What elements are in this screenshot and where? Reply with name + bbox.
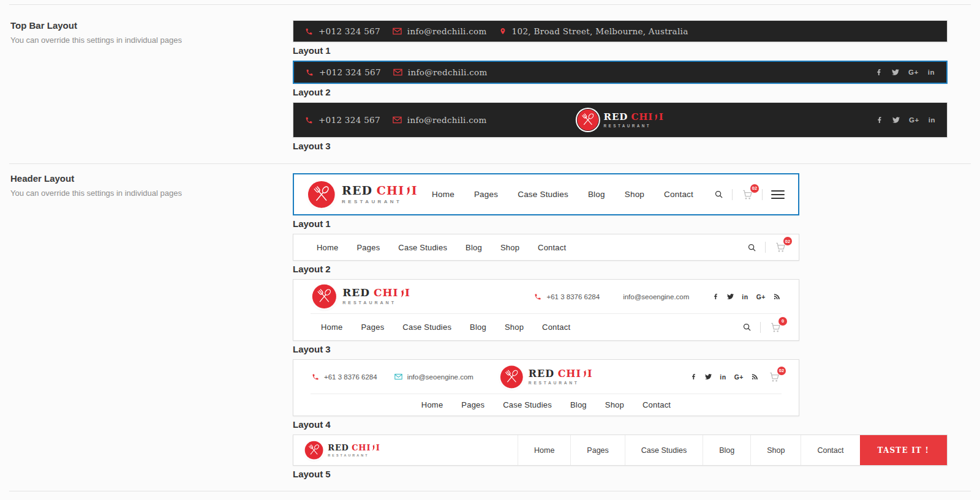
- layout-label: Layout 2: [293, 87, 948, 97]
- topbar-layout-1-option[interactable]: +012 324 567 info@redchili.com 102, Broa…: [293, 20, 948, 56]
- nav-item: Shop: [750, 435, 801, 465]
- topbar-layout-3-option[interactable]: +012 324 567 info@redchili.com REDCHII R…: [293, 102, 948, 151]
- nav-item: Blog: [703, 435, 750, 465]
- linkedin-icon: in: [928, 69, 935, 76]
- nav-item: Blog: [570, 400, 587, 409]
- header-preview-3: REDCHII RESTAURANT +61 3 8376 6284 info@…: [293, 279, 799, 341]
- phone-icon: [306, 69, 314, 76]
- nav-item: Home: [518, 435, 570, 465]
- envelope-icon: [393, 116, 402, 124]
- topbar-preview-2-selected: +012 324 567 info@redchili.com G+ in: [293, 61, 948, 84]
- topbar-preview-3: +012 324 567 info@redchili.com REDCHII R…: [293, 102, 948, 138]
- nav-item: Case Studies: [503, 400, 552, 409]
- header-layout-1-option[interactable]: REDCHII RESTAURANT HomePagesCase Studies…: [293, 173, 948, 229]
- brand-tagline: RESTAURANT: [529, 381, 593, 385]
- cart-icon: 0: [769, 321, 782, 334]
- header-layout-3-option[interactable]: REDCHII RESTAURANT +61 3 8376 6284 info@…: [293, 279, 948, 354]
- brand-logo: REDCHII RESTAURANT: [500, 365, 593, 388]
- phone-number: +61 3 8376 6284: [324, 373, 377, 381]
- nav-item: Contact: [664, 190, 693, 199]
- header-preview-4: +61 3 8376 6284 info@seoengine.com REDCH…: [293, 359, 799, 416]
- header-layout-5-option[interactable]: REDCHII RESTAURANT HomePagesCase Studies…: [293, 435, 948, 479]
- email-address: info@redchili.com: [407, 26, 487, 36]
- nav-item: Contact: [542, 323, 570, 332]
- cutlery-logo-icon: [312, 284, 337, 309]
- nav-item: Blog: [470, 323, 486, 332]
- vertical-divider: [760, 322, 761, 333]
- brand-tagline: RESTAURANT: [328, 453, 380, 457]
- header-layout-section: Header Layout You can override this sett…: [0, 164, 980, 484]
- facebook-icon: [875, 69, 883, 76]
- chili-icon: [371, 443, 375, 452]
- email-contact: info@redchili.com: [393, 26, 487, 36]
- cart-count-badge: 02: [750, 184, 759, 193]
- brand-name-red: RED: [342, 185, 372, 197]
- vertical-divider: [732, 189, 733, 200]
- nav-item: Shop: [505, 323, 524, 332]
- cutlery-logo-icon: [500, 365, 523, 388]
- brand-name-red: RED: [342, 288, 370, 299]
- nav-item: Contact: [801, 435, 859, 465]
- layout-label: Layout 1: [293, 45, 948, 56]
- header-preview-2: HomePagesCase StudiesBlogShopContact 02: [293, 234, 799, 261]
- google-plus-icon: G+: [756, 293, 766, 300]
- location-pin-icon: [499, 26, 507, 36]
- section-title: Top Bar Layout: [10, 20, 293, 31]
- brand-name-chili: CHII: [352, 443, 380, 452]
- chili-icon: [399, 288, 405, 299]
- layout-label: Layout 5: [293, 469, 948, 479]
- brand-name-chili: CHII: [374, 288, 410, 299]
- header-layout-2-option[interactable]: HomePagesCase StudiesBlogShopContact 02 …: [293, 234, 948, 274]
- header-icons: 02: [714, 188, 785, 201]
- nav-item: Contact: [538, 243, 566, 252]
- section-divider: [9, 491, 971, 491]
- nav-item: Home: [432, 190, 454, 199]
- linkedin-icon: in: [720, 373, 726, 381]
- search-icon: [747, 243, 756, 252]
- header-layout-4-option[interactable]: +61 3 8376 6284 info@seoengine.com REDCH…: [293, 359, 948, 430]
- phone-contact: +61 3 8376 6284: [312, 373, 377, 381]
- brand-name-red: RED: [328, 444, 349, 452]
- vertical-divider: [762, 189, 763, 200]
- cutlery-logo-icon: [304, 441, 323, 460]
- cart-count-badge: 02: [783, 237, 792, 245]
- phone-number: +012 324 567: [318, 26, 380, 36]
- nav-item: Case Studies: [625, 435, 703, 465]
- email-address: info@redchili.com: [407, 115, 487, 125]
- chili-icon: [405, 184, 411, 197]
- brand-name-chili: CHII: [377, 184, 418, 197]
- address-contact: 102, Broad Street, Melbourne, Australia: [499, 26, 688, 36]
- main-nav: HomePagesCase StudiesBlogShopContact: [432, 190, 693, 199]
- topbar-layout-section: Top Bar Layout You can override this set…: [0, 5, 980, 163]
- theme-options-page: Top Bar Layout You can override this set…: [0, 0, 980, 491]
- linkedin-icon: in: [742, 293, 748, 300]
- chili-icon: [654, 112, 658, 122]
- email-contact: info@seoengine.com: [394, 373, 473, 381]
- facebook-icon: [876, 116, 883, 124]
- brand-logo: REDCHII RESTAURANT: [312, 284, 410, 309]
- section-subtitle: You can override this settings in indivi…: [10, 188, 293, 198]
- google-plus-icon: G+: [909, 116, 919, 124]
- header-section-info: Header Layout You can override this sett…: [0, 164, 293, 484]
- topbar-layout-2-option[interactable]: +012 324 567 info@redchili.com G+ in: [293, 61, 948, 97]
- header-preview-5: REDCHII RESTAURANT HomePagesCase Studies…: [293, 435, 948, 466]
- email-address: info@seoengine.com: [623, 293, 689, 300]
- brand-name-chili: CHII: [558, 368, 593, 379]
- cart-icon: 02: [774, 241, 786, 253]
- email-contact: info@redchili.com: [393, 115, 487, 125]
- cart-count-badge: 02: [777, 367, 786, 375]
- cart-icon: 02: [741, 188, 753, 201]
- phone-icon: [312, 373, 319, 381]
- cart-count-badge: 0: [778, 317, 787, 326]
- street-address: 102, Broad Street, Melbourne, Australia: [512, 26, 688, 36]
- nav-item: Case Studies: [398, 243, 447, 252]
- brand-name-red: RED: [529, 368, 554, 379]
- topbar-options: +012 324 567 info@redchili.com 102, Broa…: [293, 5, 948, 163]
- search-icon: [714, 190, 723, 199]
- brand-tagline: RESTAURANT: [604, 124, 664, 128]
- phone-number: +61 3 8376 6284: [546, 293, 600, 300]
- envelope-icon: [393, 69, 402, 76]
- email-address: info@redchili.com: [408, 67, 488, 77]
- brand-logo: REDCHII RESTAURANT: [307, 181, 418, 209]
- email-address: info@seoengine.com: [407, 373, 473, 381]
